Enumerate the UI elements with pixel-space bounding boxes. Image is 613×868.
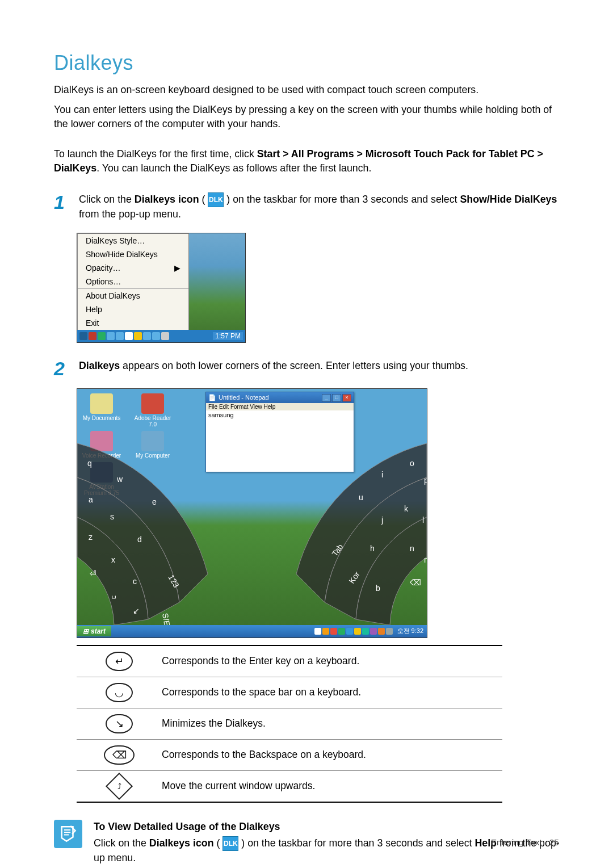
svg-text:w: w (116, 475, 123, 484)
page-footer: Entering Text 25 (491, 837, 559, 848)
svg-text:u: u (359, 493, 363, 502)
svg-text:k: k (404, 504, 409, 513)
dialkeys-tray-icon: DLK (208, 192, 224, 207)
table-row: ↘ Minimizes the Dialkeys. (77, 708, 502, 740)
table-cell: Minimizes the Dialkeys. (162, 718, 502, 729)
svg-text:x: x (111, 555, 115, 564)
svg-text:↙: ↙ (133, 606, 140, 615)
tray-icon[interactable] (125, 332, 133, 340)
tray-icon[interactable] (161, 332, 169, 340)
table-row: ↵ Corresponds to the Enter key on a keyb… (77, 646, 502, 677)
tray-icon[interactable] (116, 332, 124, 340)
tray-icon[interactable] (89, 332, 96, 340)
tray-icon[interactable] (79, 332, 87, 340)
svg-text:l: l (422, 515, 424, 525)
svg-text:⏎: ⏎ (90, 569, 96, 578)
table-cell: Corresponds to the space bar on a keyboa… (162, 686, 502, 698)
svg-text:n: n (410, 544, 414, 553)
window-title: Untitled - Notepad (219, 394, 321, 401)
svg-text:b: b (376, 584, 380, 593)
step-1-text: Click on the Dialkeys icon ( DLK ) on th… (79, 192, 562, 221)
svg-text:s: s (110, 512, 114, 521)
tray-icon (314, 628, 321, 635)
svg-text:i: i (381, 470, 383, 479)
tray-icon (346, 628, 353, 635)
svg-text:j: j (381, 515, 383, 525)
svg-text:S/E: S/E (161, 612, 172, 624)
svg-text:o: o (410, 459, 414, 468)
desktop-icon[interactable]: My Documents (82, 393, 121, 427)
desktop-taskbar[interactable]: ⊞start 오전 9:32 (77, 625, 427, 638)
tray-icon[interactable] (152, 332, 160, 340)
intro-paragraph-1: DialKeys is an on-screen keyboard design… (54, 83, 562, 97)
space-key-icon: ◡ (106, 683, 133, 702)
start-button[interactable]: ⊞start (77, 626, 111, 636)
svg-text:⌫: ⌫ (410, 578, 421, 587)
symbol-table: ↵ Corresponds to the Enter key on a keyb… (77, 645, 502, 803)
context-menu: DialKeys Style… Show/Hide DialKeys Opaci… (77, 233, 189, 330)
moveup-key-icon: ⤴ (106, 773, 133, 800)
tray-icon[interactable] (134, 332, 142, 340)
tray-icon[interactable] (143, 332, 151, 340)
notepad-menubar[interactable]: File Edit Format View Help (206, 403, 354, 410)
minimize-icon: _ (322, 394, 331, 402)
dialkeys-left[interactable]: q w e a s d z x c ⏎ ␣ ↙ 123 S/E (77, 443, 208, 625)
step-number-1: 1 (54, 192, 73, 212)
dialkeys-right[interactable]: o p i u k l j n m h Tab Kor b ⌫ (296, 443, 427, 625)
tray-icon (362, 628, 369, 635)
menu-item-style[interactable]: DialKeys Style… (78, 234, 188, 248)
tray-icon[interactable] (98, 332, 106, 340)
table-row: ⌫ Corresponds to the Backspace on a keyb… (77, 740, 502, 771)
submenu-arrow-icon: ▶ (174, 263, 180, 272)
window-controls[interactable]: _□× (321, 393, 351, 402)
figure-popup-menu: DialKeys Style… Show/Hide DialKeys Opaci… (77, 233, 246, 343)
svg-text:p: p (424, 476, 427, 485)
table-cell: Corresponds to the Backspace on a keyboa… (162, 749, 502, 761)
svg-text:a: a (89, 495, 93, 504)
figure-dialkeys-desktop: My Documents Adobe Reader 7.0 Voice Reco… (77, 388, 427, 638)
minimize-key-icon: ↘ (106, 714, 133, 733)
windows-logo-icon: ⊞ (83, 627, 89, 635)
launch-paragraph: To launch the DialKeys for the first tim… (54, 147, 562, 175)
svg-text:c: c (133, 577, 137, 586)
step-2-text: Dialkeys appears on both lower corners o… (79, 359, 562, 373)
table-cell: Move the current window upwards. (162, 780, 502, 792)
tray-icon[interactable] (107, 332, 115, 340)
menu-item-showhide[interactable]: Show/Hide DialKeys (78, 248, 188, 261)
table-row: ◡ Corresponds to the space bar on a keyb… (77, 677, 502, 708)
tray-icon (370, 628, 377, 635)
page-title: Dialkeys (54, 51, 562, 75)
svg-text:q: q (87, 459, 92, 468)
note-icon (54, 820, 82, 848)
menu-item-about[interactable]: About DialKeys (78, 289, 188, 303)
desktop-icon[interactable]: Adobe Reader 7.0 (133, 393, 173, 427)
taskbar: 1:57 PM (77, 330, 245, 342)
menu-item-help[interactable]: Help (78, 303, 188, 316)
table-cell: Corresponds to the Enter key on a keyboa… (162, 655, 502, 667)
system-tray[interactable]: 오전 9:32 (311, 627, 427, 635)
svg-text:z: z (89, 532, 93, 542)
taskbar-clock: 1:57 PM (213, 332, 243, 340)
table-row: ⤴ Move the current window upwards. (77, 771, 502, 802)
enter-key-icon: ↵ (106, 652, 133, 671)
menu-item-options[interactable]: Options… (78, 275, 188, 288)
tray-clock: 오전 9:32 (397, 627, 423, 635)
close-icon: × (342, 394, 351, 402)
svg-text:m: m (424, 555, 427, 564)
tray-icon (330, 628, 337, 635)
svg-text:d: d (137, 535, 142, 544)
svg-text:h: h (370, 544, 375, 553)
intro-paragraph-2: You can enter letters using the DialKeys… (54, 103, 562, 131)
tray-icon (378, 628, 385, 635)
tray-icon (354, 628, 361, 635)
menu-item-exit[interactable]: Exit (78, 316, 188, 330)
menu-item-opacity[interactable]: Opacity…▶ (78, 261, 188, 275)
svg-text:e: e (152, 497, 157, 506)
maximize-icon: □ (332, 394, 341, 402)
step-number-2: 2 (54, 359, 73, 378)
tray-icon (386, 628, 393, 635)
tray-icon (338, 628, 345, 635)
note-title: To View Detailed Usage of the Dialkeys (94, 820, 562, 834)
tray-icon (322, 628, 329, 635)
svg-text:␣: ␣ (111, 589, 116, 599)
